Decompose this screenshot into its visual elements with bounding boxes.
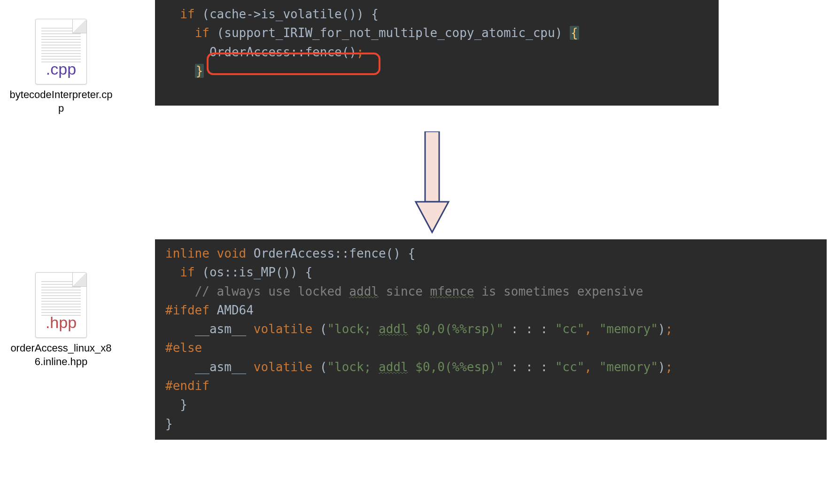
fence-call: OrderAccess::fence() <box>209 45 356 59</box>
comment-text: mfence <box>430 284 474 298</box>
macro-else: #else <box>165 341 202 355</box>
brace-close: } <box>165 417 173 431</box>
code-text: __asm__ <box>195 322 247 336</box>
keyword-volatile: volatile <box>254 360 312 374</box>
string-literal: $0,0(%%esp)" <box>408 360 504 374</box>
code-text: : : : <box>504 322 555 336</box>
macro-ifdef: #ifdef <box>165 303 209 317</box>
string-literal: "cc" <box>555 360 585 374</box>
string-literal: "memory" <box>599 322 658 336</box>
code-text: ) <box>658 360 666 374</box>
semicolon: ; <box>356 45 364 59</box>
macro-endif: #endif <box>165 379 209 393</box>
code-text: OrderAccess::fence() { <box>246 246 415 260</box>
code-text: __asm__ <box>195 360 247 374</box>
file-extension-label: .hpp <box>38 313 85 332</box>
comment-text: is sometimes expensive <box>474 284 643 298</box>
file-extension-label: .cpp <box>38 60 85 78</box>
comment-text: // always use locked <box>195 284 349 298</box>
comma: , <box>584 322 599 336</box>
svg-rect-0 <box>425 131 439 202</box>
code-text: AMD64 <box>209 303 254 317</box>
string-literal: "cc" <box>555 322 585 336</box>
file-name-label: orderAccess_linux_x86.inline.hpp <box>9 342 113 368</box>
code-text: ) <box>658 322 666 336</box>
keyword-void: void <box>217 246 247 260</box>
code-text: : : : <box>504 360 555 374</box>
code-panel-bytecode-interpreter: if (cache->is_volatile()) { if (support_… <box>155 0 719 106</box>
keyword-if: if <box>180 265 194 279</box>
file-icon-hpp: .hpp orderAccess_linux_x86.inline.hpp <box>9 272 113 368</box>
string-literal: "memory" <box>599 360 658 374</box>
keyword-if: if <box>195 26 209 40</box>
brace-open: { <box>570 26 579 40</box>
string-literal: $0,0(%%rsp)" <box>408 322 504 336</box>
brace-close: } <box>180 397 187 412</box>
string-literal: "lock; <box>327 360 379 374</box>
code-panel-order-access: inline void OrderAccess::fence() { if (o… <box>155 239 827 440</box>
semicolon: ; <box>666 360 673 374</box>
keyword-inline: inline <box>165 246 209 260</box>
file-icon-cpp: .cpp bytecodeInterpreter.cpp <box>9 19 113 115</box>
code-text: (support_IRIW_for_not_multiple_copy_atom… <box>209 26 570 40</box>
comment-text: since <box>379 284 430 298</box>
flow-arrow-down-icon <box>411 131 453 237</box>
code-text: (cache->is_volatile()) { <box>195 7 379 21</box>
comment-text: addl <box>349 284 379 298</box>
string-literal: addl <box>379 322 408 336</box>
document-icon: .hpp <box>35 272 87 338</box>
code-text: (os::is_MP()) { <box>195 265 312 279</box>
semicolon: ; <box>666 322 673 336</box>
string-literal: "lock; <box>327 322 379 336</box>
brace-close: } <box>195 64 204 78</box>
keyword-volatile: volatile <box>254 322 312 336</box>
string-literal: addl <box>379 360 408 374</box>
file-name-label: bytecodeInterpreter.cpp <box>9 88 113 115</box>
svg-marker-1 <box>416 202 449 232</box>
document-icon: .cpp <box>35 19 87 84</box>
keyword-if: if <box>180 7 194 21</box>
comma: , <box>584 360 599 374</box>
